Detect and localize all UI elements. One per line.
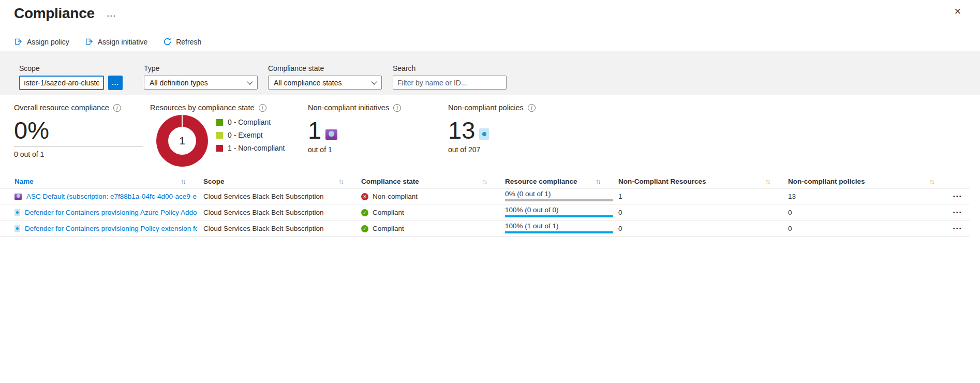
page-title: Compliance <box>14 5 95 22</box>
column-header-non-compliant-policies[interactable]: Non-compliant policies ↑↓ <box>788 178 952 185</box>
close-icon[interactable]: ✕ <box>954 6 961 17</box>
compliance-table: Name ↑↓ Scope ↑↓ Compliance state ↑↓ Res… <box>0 175 970 237</box>
search-input[interactable] <box>393 76 507 90</box>
page-header: Compliance ··· <box>14 5 116 22</box>
column-header-scope[interactable]: Scope ↑↓ <box>203 178 361 185</box>
assignment-name-link[interactable]: Defender for Containers provisioning Azu… <box>25 209 197 216</box>
non-compliant-state-icon: ✕ <box>361 193 368 200</box>
column-header-name[interactable]: Name ↑↓ <box>14 178 203 185</box>
state-label: Compliant <box>373 225 404 232</box>
compliance-state-dropdown[interactable]: All compliance states <box>268 76 382 90</box>
type-dropdown-value: All definition types <box>150 79 208 87</box>
refresh-icon <box>163 37 172 46</box>
compliance-progress-bar <box>505 231 613 233</box>
info-icon[interactable]: i <box>393 104 401 112</box>
table-row: Defender for Containers provisioning Azu… <box>0 204 970 220</box>
non-compliant-resources-cell: 0 <box>618 209 788 216</box>
compliant-state-icon: ✓ <box>361 209 368 216</box>
legend-swatch-non-compliant <box>216 145 223 152</box>
non-compliant-policies-cell: 0 <box>788 209 952 216</box>
assign-initiative-button[interactable]: Assign initiative <box>85 37 148 46</box>
assign-initiative-icon <box>85 37 94 46</box>
sort-icon[interactable]: ↑↓ <box>765 178 769 185</box>
assign-initiative-label: Assign initiative <box>98 38 148 46</box>
non-compliant-initiatives-sub: out of 1 <box>308 145 401 154</box>
more-options-icon[interactable]: ··· <box>107 11 116 20</box>
resource-compliance-text: 0% (0 out of 1) <box>505 190 618 198</box>
scope-browse-button[interactable]: ... <box>108 76 123 90</box>
compliance-state-filter: Compliance state All compliance states <box>268 64 382 90</box>
refresh-button[interactable]: Refresh <box>163 37 201 46</box>
scope-filter: Scope ... <box>19 64 123 90</box>
overall-compliance-label: Overall resource compliance <box>14 104 109 112</box>
info-icon[interactable]: i <box>259 104 266 112</box>
scope-cell: Cloud Services Black Belt Subscription <box>203 193 361 200</box>
chevron-down-icon <box>371 79 377 84</box>
initiative-icon <box>14 194 22 200</box>
assign-policy-icon <box>14 37 23 46</box>
row-menu-icon[interactable]: ••• <box>952 192 963 201</box>
policy-icon <box>14 225 20 232</box>
legend-item-compliant: 0 - Compliant <box>216 118 285 126</box>
assignment-name-link[interactable]: ASC Default (subscription: e7f88b1a-04fc… <box>26 193 197 200</box>
overall-compliance-sub: 0 out of 1 <box>14 150 143 158</box>
legend-item-non-compliant: 1 - Non-compliant <box>216 144 285 152</box>
policy-icon <box>479 128 489 140</box>
search-label: Search <box>393 64 507 72</box>
toolbar: Assign policy Assign initiative Refresh <box>14 37 201 46</box>
scope-input[interactable] <box>19 76 104 90</box>
type-dropdown[interactable]: All definition types <box>144 76 258 90</box>
assignment-name-link[interactable]: Defender for Containers provisioning Pol… <box>25 225 197 232</box>
legend-item-exempt: 0 - Exempt <box>216 131 285 139</box>
initiative-icon <box>325 129 337 140</box>
non-compliant-policies-cell: 13 <box>788 193 952 200</box>
compliance-progress-bar <box>505 199 613 201</box>
overall-compliance-value: 0% <box>14 118 143 142</box>
sort-icon[interactable]: ↑↓ <box>338 178 343 185</box>
donut-legend: 0 - Compliant 0 - Exempt 1 - Non-complia… <box>216 118 285 167</box>
non-compliant-policies-sub: out of 207 <box>448 145 536 154</box>
scope-cell: Cloud Services Black Belt Subscription <box>203 209 361 216</box>
compliance-state-label: Compliance state <box>268 64 382 72</box>
non-compliant-policies-cell: 0 <box>788 225 952 232</box>
column-header-compliance-state[interactable]: Compliance state ↑↓ <box>361 178 505 185</box>
non-compliant-policies-value: 13 <box>448 118 475 142</box>
table-header: Name ↑↓ Scope ↑↓ Compliance state ↑↓ Res… <box>0 175 970 188</box>
compliance-progress-bar <box>505 215 613 217</box>
info-icon[interactable]: i <box>528 104 536 112</box>
legend-swatch-compliant <box>216 119 223 126</box>
filter-bar: Scope ... Type All definition types Comp… <box>0 51 980 95</box>
legend-label-exempt: 0 - Exempt <box>228 131 263 139</box>
assign-policy-button[interactable]: Assign policy <box>14 37 69 46</box>
policy-icon <box>14 209 20 216</box>
non-compliant-initiatives-label: Non-compliant initiatives <box>308 104 389 112</box>
compliance-page: Compliance ··· ✕ Assign policy Assign in… <box>0 0 980 383</box>
sort-icon[interactable]: ↑↓ <box>181 178 185 185</box>
non-compliant-policies-label: Non-compliant policies <box>448 104 524 112</box>
resources-by-state-tile: Resources by compliance state i 1 0 - Co… <box>150 104 285 167</box>
table-row: Defender for Containers provisioning Pol… <box>0 220 970 237</box>
row-menu-icon[interactable]: ••• <box>952 208 963 217</box>
resource-compliance-text: 100% (0 out of 0) <box>505 206 618 214</box>
non-compliant-initiatives-tile: Non-compliant initiatives i 1 out of 1 <box>308 104 401 154</box>
column-header-resource-compliance[interactable]: Resource compliance ↑↓ <box>505 178 618 185</box>
sort-icon[interactable]: ↑↓ <box>929 178 933 185</box>
compliance-state-dropdown-value: All compliance states <box>274 79 342 87</box>
column-header-non-compliant-resources[interactable]: Non-Compliant Resources ↑↓ <box>618 178 788 185</box>
sort-icon[interactable]: ↑↓ <box>596 178 600 185</box>
type-label: Type <box>144 64 258 72</box>
refresh-label: Refresh <box>176 38 201 46</box>
search-filter: Search <box>393 64 507 90</box>
row-menu-icon[interactable]: ••• <box>952 224 963 233</box>
table-row: ASC Default (subscription: e7f88b1a-04fc… <box>0 188 970 204</box>
state-label: Non-compliant <box>373 193 418 200</box>
chevron-down-icon <box>247 79 253 84</box>
scope-cell: Cloud Services Black Belt Subscription <box>203 225 361 232</box>
assign-policy-label: Assign policy <box>27 38 69 46</box>
type-filter: Type All definition types <box>144 64 258 90</box>
legend-swatch-exempt <box>216 132 223 139</box>
info-icon[interactable]: i <box>113 104 121 112</box>
resource-compliance-text: 100% (1 out of 1) <box>505 222 618 230</box>
sort-icon[interactable]: ↑↓ <box>482 178 486 185</box>
scope-label: Scope <box>19 64 123 72</box>
